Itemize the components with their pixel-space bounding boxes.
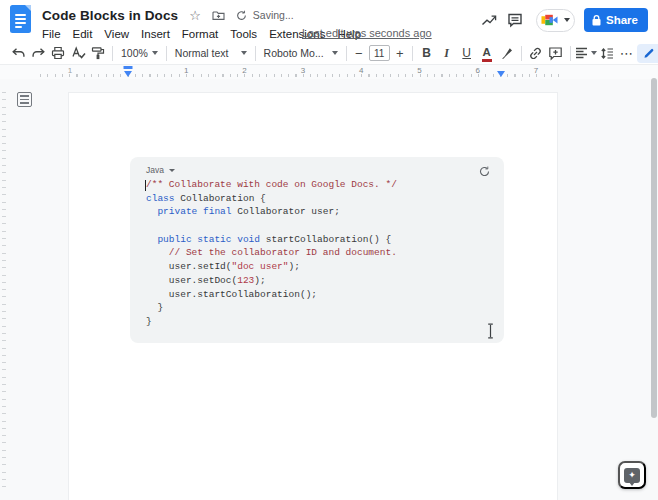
comments-icon[interactable] xyxy=(502,8,528,32)
first-line-indent-marker[interactable] xyxy=(124,66,133,69)
chevron-down-icon xyxy=(169,169,175,172)
ruler-number: 2 xyxy=(242,66,246,75)
insert-link-button[interactable] xyxy=(526,43,546,63)
menu-format[interactable]: Format xyxy=(176,28,224,40)
document-canvas: Java /** Collaborate with code on Google… xyxy=(0,79,658,500)
header: Code Blocks in Docs ☆ Saving... FileEdit… xyxy=(0,0,658,42)
chevron-down-icon xyxy=(564,18,570,22)
menu-insert[interactable]: Insert xyxy=(135,28,176,40)
toolbar-divider xyxy=(255,46,256,61)
ruler-number: 1 xyxy=(184,66,188,75)
toolbar-divider xyxy=(521,46,522,61)
refresh-icon[interactable] xyxy=(476,163,492,179)
code-line[interactable]: } xyxy=(146,315,397,329)
redo-button[interactable] xyxy=(28,43,48,63)
code-line[interactable]: user.setDoc(123); xyxy=(146,274,397,288)
text-color-button[interactable]: A xyxy=(477,43,497,63)
ruler-number: 6 xyxy=(476,66,480,75)
menu-file[interactable]: File xyxy=(36,28,67,40)
line-spacing-button[interactable] xyxy=(597,43,617,63)
vertical-ruler xyxy=(2,92,6,492)
code-line[interactable]: } xyxy=(146,301,397,315)
print-button[interactable] xyxy=(48,43,68,63)
pencil-icon xyxy=(643,47,655,59)
add-comment-button[interactable] xyxy=(546,43,566,63)
explore-icon: ✦ xyxy=(624,468,640,483)
title-row: Code Blocks in Docs ☆ Saving... xyxy=(42,6,294,24)
code-line[interactable]: class Collaboration { xyxy=(146,192,397,206)
left-indent-marker[interactable] xyxy=(124,71,132,77)
italic-button[interactable]: I xyxy=(437,43,457,63)
share-button[interactable]: Share xyxy=(584,8,648,32)
vertical-scrollbar[interactable] xyxy=(651,79,657,500)
font-size-input[interactable]: 11 xyxy=(369,45,390,61)
spell-check-button[interactable] xyxy=(68,43,88,63)
zoom-select[interactable]: 100% xyxy=(117,43,162,63)
code-block[interactable]: Java /** Collaborate with code on Google… xyxy=(130,157,504,343)
toolbar-divider xyxy=(346,46,347,61)
code-lines[interactable]: /** Collaborate with code on Google Docs… xyxy=(146,178,397,329)
google-docs-window: Code Blocks in Docs ☆ Saving... FileEdit… xyxy=(0,0,658,500)
code-line[interactable]: user.startCollaboration(); xyxy=(146,288,397,302)
highlight-color-button[interactable] xyxy=(497,43,517,63)
mouse-ibeam-cursor xyxy=(486,323,495,339)
menu-edit[interactable]: Edit xyxy=(67,28,99,40)
ruler-number: 5 xyxy=(417,66,421,75)
code-line[interactable]: /** Collaborate with code on Google Docs… xyxy=(146,178,397,192)
undo-button[interactable] xyxy=(8,43,28,63)
code-line[interactable] xyxy=(146,219,397,233)
lock-icon xyxy=(592,15,601,26)
saving-status: Saving... xyxy=(253,9,294,21)
bold-button[interactable]: B xyxy=(417,43,437,63)
horizontal-ruler[interactable]: 1 1234567 xyxy=(0,65,658,79)
move-folder-icon[interactable] xyxy=(212,10,225,21)
ruler-number: 3 xyxy=(301,66,305,75)
more-options-button[interactable]: ⋯ xyxy=(617,43,637,63)
code-line[interactable]: public static void startCollaboration() … xyxy=(146,233,397,247)
insights-icon[interactable] xyxy=(476,8,502,32)
header-actions: Share xyxy=(476,8,648,32)
last-edit-link[interactable]: Last edit was seconds ago xyxy=(302,27,432,39)
text-cursor xyxy=(145,180,146,191)
chevron-down-icon xyxy=(241,51,247,55)
toolbar: 100% Normal text Roboto Mo... − 11 + B I… xyxy=(0,42,658,65)
paragraph-style-select[interactable]: Normal text xyxy=(171,43,251,63)
toolbar-divider xyxy=(570,46,571,61)
page[interactable]: Java /** Collaborate with code on Google… xyxy=(68,92,558,500)
explore-button[interactable]: ✦ xyxy=(618,461,646,489)
ruler-margin-number: 1 xyxy=(68,66,72,75)
decrease-font-size-button[interactable]: − xyxy=(351,46,367,61)
menu-tools[interactable]: Tools xyxy=(224,28,263,40)
code-language-select[interactable]: Java xyxy=(146,165,175,175)
chevron-down-icon xyxy=(332,51,338,55)
code-line[interactable]: user.setId("doc user"); xyxy=(146,260,397,274)
ruler-number: 7 xyxy=(534,66,538,75)
font-family-select[interactable]: Roboto Mo... xyxy=(260,43,342,63)
toolbar-divider xyxy=(166,46,167,61)
scrollbar-thumb[interactable] xyxy=(651,78,657,418)
sync-saving-icon xyxy=(236,10,247,21)
paint-format-button[interactable] xyxy=(88,43,108,63)
right-indent-marker[interactable] xyxy=(497,71,505,77)
share-label: Share xyxy=(606,14,638,26)
ruler-number: 4 xyxy=(359,66,363,75)
toolbar-divider xyxy=(412,46,413,61)
editing-mode-button[interactable] xyxy=(637,44,658,63)
meet-camera-icon xyxy=(541,14,558,26)
increase-font-size-button[interactable]: + xyxy=(392,46,408,61)
code-line[interactable]: private final Collaborator user; xyxy=(146,205,397,219)
star-icon[interactable]: ☆ xyxy=(189,9,201,22)
underline-button[interactable]: U xyxy=(457,43,477,63)
document-title[interactable]: Code Blocks in Docs xyxy=(42,8,178,23)
code-line[interactable]: // Set the collaborator ID and document. xyxy=(146,246,397,260)
toolbar-divider xyxy=(112,46,113,61)
meet-button[interactable] xyxy=(536,9,575,32)
chevron-down-icon xyxy=(152,51,158,55)
chevron-down-icon xyxy=(591,51,597,55)
menu-view[interactable]: View xyxy=(98,28,135,40)
docs-logo-icon[interactable] xyxy=(10,5,31,33)
align-button[interactable] xyxy=(575,43,597,63)
show-outline-button[interactable] xyxy=(17,92,32,107)
